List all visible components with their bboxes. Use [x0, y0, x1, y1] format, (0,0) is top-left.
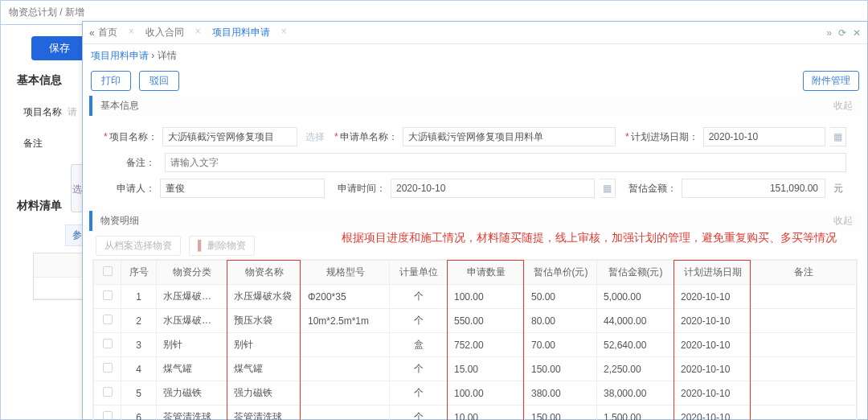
- tab-income[interactable]: 收入合同: [145, 26, 184, 39]
- input-applytime[interactable]: [391, 179, 595, 198]
- cell-check[interactable]: [94, 357, 121, 381]
- form-basic: 项目名称： 选择 申请单名称： 计划进场日期： ▦ 备注： 申请人：: [83, 116, 867, 206]
- fold-detail-icon[interactable]: 收起: [833, 214, 853, 228]
- cell-remark: [751, 381, 857, 406]
- label-applytime: 申请时间：: [334, 182, 386, 196]
- cell-date: 2020-10-10: [674, 357, 751, 381]
- pick-project[interactable]: 选择: [305, 130, 325, 144]
- table-row[interactable]: 2水压爆破水袋预压水袋10m*2.5m*1m个550.0080.0044,000…: [94, 309, 857, 333]
- attachment-button[interactable]: 附件管理: [803, 71, 859, 91]
- cell-date: 2020-10-10: [674, 381, 751, 406]
- skip-icon[interactable]: »: [826, 27, 832, 39]
- input-applicant[interactable]: [160, 179, 325, 198]
- drawer-breadcrumb: 项目用料申请 › 详情: [83, 44, 867, 68]
- tab-home[interactable]: 首页: [98, 26, 117, 39]
- th-amt: 暂估金额(元): [597, 261, 674, 285]
- cell-price: 50.00: [525, 285, 597, 309]
- cell-date: 2020-10-10: [674, 406, 751, 421]
- cell-spec: [301, 406, 390, 421]
- cell-spec: 10m*2.5m*1m: [301, 309, 390, 333]
- tip-text: 根据项目进度和施工情况，材料随买随提，线上审核，加强计划的管理，避免重复购买、多…: [342, 231, 837, 245]
- cell-price: 150.00: [525, 357, 597, 381]
- table-row[interactable]: 5强力磁铁强力磁铁个100.00380.0038,000.002020-10-1…: [94, 381, 857, 406]
- import-button[interactable]: 从档案选择物资: [96, 236, 181, 256]
- cell-unit: 盒: [390, 333, 448, 357]
- label-project: 项目名称：: [104, 130, 158, 144]
- cell-check[interactable]: [94, 309, 121, 333]
- cell-spec: Φ200*35: [301, 285, 390, 309]
- save-button[interactable]: 保存: [31, 36, 88, 60]
- cell-amt: 1,500.00: [597, 406, 674, 421]
- cell-remark: [751, 333, 857, 357]
- th-remark: 备注: [751, 261, 857, 285]
- cell-qty: 15.00: [448, 357, 525, 381]
- cell-date: 2020-10-10: [674, 285, 751, 309]
- nav-back-icon[interactable]: «: [89, 27, 95, 39]
- cell-unit: 个: [390, 381, 448, 406]
- input-reqname[interactable]: [403, 127, 616, 146]
- cell-name: 预压水袋: [227, 309, 301, 333]
- cell-amt: 38,000.00: [597, 381, 674, 406]
- cell-spec: [301, 381, 390, 406]
- cell-qty: 100.00: [448, 285, 525, 309]
- th-no: 序号: [121, 261, 157, 285]
- cell-qty: 550.00: [448, 309, 525, 333]
- cell-price: 80.00: [525, 309, 597, 333]
- cell-check[interactable]: [94, 285, 121, 309]
- th-check[interactable]: [94, 261, 121, 285]
- cell-cat: 水压爆破水袋: [157, 309, 227, 333]
- cell-unit: 个: [390, 285, 448, 309]
- cell-name: 煤气罐: [227, 357, 301, 381]
- cell-cat: 强力磁铁: [157, 381, 227, 406]
- cell-no: 6: [121, 406, 157, 421]
- cell-name: 水压爆破水袋: [227, 285, 301, 309]
- cell-amt: 2,250.00: [597, 357, 674, 381]
- refresh-icon[interactable]: ⟳: [838, 27, 846, 39]
- section-basic: 基本信息收起: [89, 96, 861, 116]
- cell-cat: 煤气罐: [157, 357, 227, 381]
- input-remark[interactable]: [165, 153, 846, 172]
- label-remark: 备注：: [104, 156, 155, 170]
- cell-name: 茶管清洗球: [227, 406, 301, 421]
- delete-button[interactable]: ▌ 删除物资: [189, 236, 255, 256]
- cell-remark: [751, 357, 857, 381]
- fold-basic-icon[interactable]: 收起: [833, 99, 853, 113]
- cell-no: 4: [121, 357, 157, 381]
- cell-name: 别针: [227, 333, 301, 357]
- close-icon[interactable]: ✕: [853, 27, 861, 39]
- cell-check[interactable]: [94, 406, 121, 421]
- cell-check[interactable]: [94, 333, 121, 357]
- unit-yuan: 元: [830, 182, 846, 196]
- cell-amt: 5,000.00: [597, 285, 674, 309]
- cell-cat: 茶管清洗球: [157, 406, 227, 421]
- input-estamt[interactable]: [682, 179, 825, 198]
- cell-unit: 个: [390, 406, 448, 421]
- input-project[interactable]: [162, 127, 297, 146]
- cell-price: 70.00: [525, 333, 597, 357]
- print-button[interactable]: 打印: [91, 71, 131, 91]
- table-row[interactable]: 3别针别针盒752.0070.0052,640.002020-10-10: [94, 333, 857, 357]
- cell-remark: [751, 406, 857, 421]
- table-row[interactable]: 4煤气罐煤气罐个15.00150.002,250.002020-10-10: [94, 357, 857, 381]
- reject-button[interactable]: 驳回: [139, 71, 179, 91]
- cell-spec: [301, 357, 390, 381]
- cell-name: 强力磁铁: [227, 381, 301, 406]
- cell-no: 5: [121, 381, 157, 406]
- tab-current[interactable]: 项目用料申请: [212, 26, 270, 39]
- cell-spec: [301, 333, 390, 357]
- detail-drawer: « 首页× 收入合同× 项目用料申请× » ⟳ ✕ 项目用料申请 › 详情 打印…: [82, 21, 868, 420]
- cell-cat: 别针: [157, 333, 227, 357]
- cell-qty: 752.00: [448, 333, 525, 357]
- cell-amt: 44,000.00: [597, 309, 674, 333]
- cell-remark: [751, 309, 857, 333]
- section-detail: 物资明细收起: [89, 211, 861, 231]
- cell-unit: 个: [390, 357, 448, 381]
- cell-check[interactable]: [94, 381, 121, 406]
- calendar-icon[interactable]: ▦: [830, 127, 846, 146]
- input-plandate[interactable]: [703, 127, 825, 146]
- th-unit: 计量单位: [390, 261, 448, 285]
- calendar-icon[interactable]: ▦: [600, 179, 616, 198]
- table-row[interactable]: 1水压爆破水袋水压爆破水袋Φ200*35个100.0050.005,000.00…: [94, 285, 857, 309]
- table-row[interactable]: 6茶管清洗球茶管清洗球个10.00150.001,500.002020-10-1…: [94, 406, 857, 421]
- th-cat: 物资分类: [157, 261, 227, 285]
